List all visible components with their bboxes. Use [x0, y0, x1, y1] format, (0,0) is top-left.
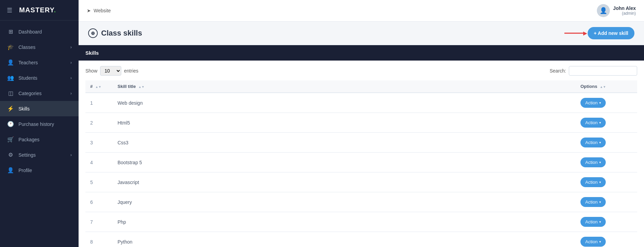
topbar-right: 👤 John Alex (admin) — [597, 4, 636, 17]
action-button[interactable]: Action ▾ — [580, 197, 606, 207]
nav-arrow-classes: › — [70, 45, 72, 50]
row-options: Action ▾ — [576, 153, 637, 172]
sidebar-item-settings[interactable]: ⚙ Settings › — [0, 147, 79, 162]
table-row: 6 Jquery Action ▾ — [85, 192, 637, 212]
add-new-skill-button[interactable]: + Add new skill — [588, 27, 634, 39]
sidebar-logo: ☰ MASTERY. — [0, 0, 79, 21]
nav-icon-purchase-history: 🕐 — [7, 121, 14, 127]
row-options: Action ▾ — [576, 232, 637, 247]
sidebar-item-categories[interactable]: ◫ Categories › — [0, 86, 79, 101]
row-skill-title: Html5 — [113, 113, 576, 133]
sidebar-item-skills[interactable]: ⚡ Skills — [0, 101, 79, 116]
sidebar-item-packages[interactable]: 🛒 Packages — [0, 132, 79, 147]
nav-label-students: Students — [18, 75, 37, 81]
website-link[interactable]: Website — [94, 8, 111, 13]
action-button[interactable]: Action ▾ — [580, 138, 606, 147]
row-skill-title: Python — [113, 232, 576, 247]
search-label: Search: — [550, 68, 566, 74]
main-content: ➤ Website 👤 John Alex (admin) ⊕ Class sk… — [79, 0, 644, 247]
nav-label-skills: Skills — [18, 106, 30, 112]
user-name: John Alex — [613, 5, 636, 11]
row-number: 2 — [85, 113, 113, 133]
website-icon: ➤ — [87, 8, 91, 13]
sidebar-item-classes[interactable]: 🎓 Classes › — [0, 39, 79, 55]
nav-label-classes: Classes — [18, 44, 36, 50]
nav-arrow-categories: › — [70, 91, 72, 96]
caret-icon: ▾ — [599, 220, 601, 224]
row-options: Action ▾ — [576, 113, 637, 133]
action-button[interactable]: Action ▾ — [580, 177, 606, 187]
page-title-text: Class skills — [101, 29, 142, 38]
action-button[interactable]: Action ▾ — [580, 217, 606, 227]
table-row: 3 Css3 Action ▾ — [85, 133, 637, 153]
sort-icons-skill[interactable]: ▲▼ — [138, 85, 145, 89]
topbar-left: ➤ Website — [87, 8, 111, 13]
nav-arrow-students: › — [70, 76, 72, 80]
sidebar: ☰ MASTERY. ⊞ Dashboard 🎓 Classes › 👤 Tea… — [0, 0, 79, 247]
search-input[interactable] — [569, 66, 637, 76]
row-options: Action ▾ — [576, 93, 637, 113]
sidebar-item-teachers[interactable]: 👤 Teachers › — [0, 55, 79, 70]
table-row: 5 Javascript Action ▾ — [85, 172, 637, 192]
nav-label-teachers: Teachers — [18, 60, 38, 65]
row-skill-title: Web design — [113, 93, 576, 113]
action-button[interactable]: Action ▾ — [580, 157, 606, 167]
row-skill-title: Javascript — [113, 172, 576, 192]
hamburger-icon[interactable]: ☰ — [7, 6, 12, 14]
row-number: 8 — [85, 232, 113, 247]
nav-icon-students: 👥 — [7, 75, 14, 81]
nav-label-settings: Settings — [18, 152, 36, 158]
row-options: Action ▾ — [576, 192, 637, 212]
row-skill-title: Php — [113, 212, 576, 232]
table-controls: Show 10 25 50 100 entries Search: — [85, 66, 637, 76]
action-button[interactable]: Action ▾ — [580, 98, 606, 108]
row-number: 3 — [85, 133, 113, 153]
nav-label-purchase-history: Purchase history — [18, 121, 54, 127]
avatar: 👤 — [597, 4, 610, 17]
col-skill-title: Skill title ▲▼ — [113, 80, 576, 93]
nav-icon-skills: ⚡ — [7, 105, 14, 112]
sidebar-item-dashboard[interactable]: ⊞ Dashboard — [0, 24, 79, 39]
nav-icon-dashboard: ⊞ — [7, 28, 14, 35]
sort-icons-number[interactable]: ▲▼ — [95, 85, 101, 89]
action-button[interactable]: Action ▾ — [580, 237, 606, 247]
nav-icon-settings: ⚙ — [7, 152, 14, 158]
sidebar-item-purchase-history[interactable]: 🕐 Purchase history — [0, 116, 79, 132]
app-logo: MASTERY. — [19, 6, 56, 14]
sidebar-nav: ⊞ Dashboard 🎓 Classes › 👤 Teachers › 👥 S… — [0, 21, 79, 247]
row-skill-title: Css3 — [113, 133, 576, 153]
row-options: Action ▾ — [576, 172, 637, 192]
sort-icons-options[interactable]: ▲▼ — [600, 85, 606, 89]
caret-icon: ▾ — [599, 141, 601, 144]
nav-icon-categories: ◫ — [7, 90, 14, 96]
nav-arrow-teachers: › — [70, 60, 72, 65]
sidebar-item-students[interactable]: 👥 Students › — [0, 70, 79, 86]
entries-label: entries — [124, 68, 138, 74]
user-info: John Alex (admin) — [613, 5, 636, 16]
action-button[interactable]: Action ▾ — [580, 118, 606, 128]
sidebar-item-profile[interactable]: 👤 Profile — [0, 162, 79, 178]
col-options: Options ▲▼ — [576, 80, 637, 93]
skills-card: Skills Show 10 25 50 100 entries — [79, 45, 644, 247]
page-title: ⊕ Class skills — [88, 28, 142, 38]
nav-arrow-settings: › — [70, 153, 72, 157]
row-options: Action ▾ — [576, 133, 637, 153]
entries-select[interactable]: 10 25 50 100 — [100, 66, 121, 76]
row-skill-title: Bootstrap 5 — [113, 153, 576, 172]
row-number: 5 — [85, 172, 113, 192]
caret-icon: ▾ — [599, 101, 601, 105]
nav-label-dashboard: Dashboard — [18, 29, 42, 35]
show-label: Show — [85, 68, 97, 74]
row-number: 6 — [85, 192, 113, 212]
skills-table: # ▲▼ Skill title ▲▼ Options ▲▼ — [85, 80, 637, 247]
caret-icon: ▾ — [599, 240, 601, 244]
nav-icon-teachers: 👤 — [7, 59, 14, 66]
content-wrapper: Skills Show 10 25 50 100 entries — [79, 45, 644, 247]
col-number: # ▲▼ — [85, 80, 113, 93]
page-header: ⊕ Class skills + Add new skill — [79, 22, 644, 45]
table-row: 2 Html5 Action ▾ — [85, 113, 637, 133]
caret-icon: ▾ — [599, 160, 601, 164]
table-head: # ▲▼ Skill title ▲▼ Options ▲▼ — [85, 80, 637, 93]
row-options: Action ▾ — [576, 212, 637, 232]
table-body: 1 Web design Action ▾ 2 Html5 Action ▾ 3… — [85, 93, 637, 247]
